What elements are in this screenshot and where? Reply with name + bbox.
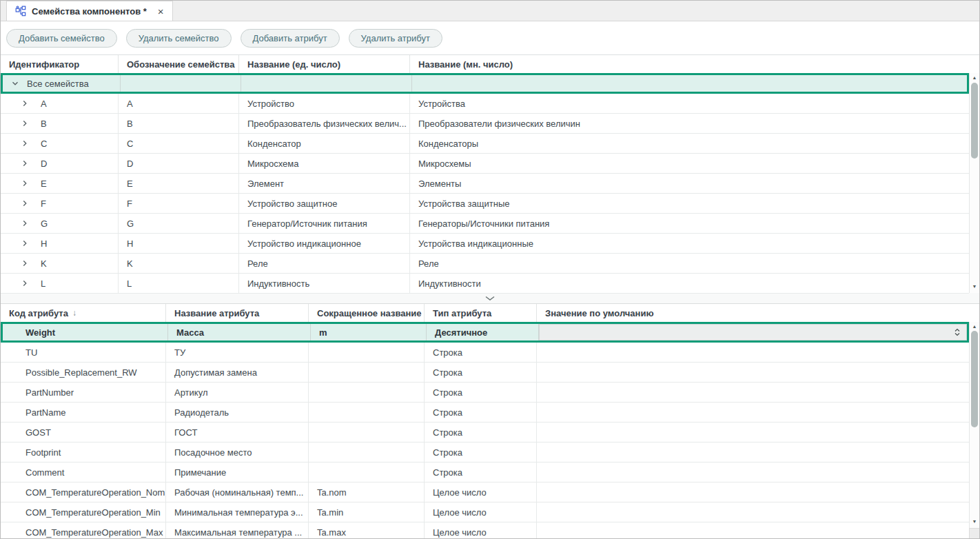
column-header-default-value[interactable]: Значение по умолчанию: [537, 304, 969, 322]
attribute-row[interactable]: Comment Примечание Строка: [1, 462, 969, 482]
attribute-row[interactable]: Possible_Replacement_RW Допустимая замен…: [1, 363, 969, 383]
families-table-header: Идентификатор Обозначение семейства Назв…: [1, 55, 969, 73]
cell-name-singular: Элемент: [239, 174, 410, 193]
column-header-name-singular[interactable]: Название (ед. число): [239, 55, 410, 73]
family-row[interactable]: K K Реле Реле: [1, 254, 969, 274]
family-identifier-label: Все семейства: [27, 79, 89, 89]
chevron-right-icon[interactable]: [20, 179, 30, 188]
cell-identifier: H: [1, 234, 119, 253]
family-identifier-label: C: [41, 139, 47, 149]
cell-attribute-name: Посадочное место: [166, 443, 309, 462]
chevron-right-icon[interactable]: [20, 258, 30, 268]
attributes-vertical-scrollbar[interactable]: ▲ ▼: [969, 322, 979, 528]
cell-name-plural: Преобразователи физических величин: [410, 114, 969, 133]
cell-designation: A: [119, 94, 239, 113]
cell-short-name: [309, 423, 425, 442]
attributes-table: Код атрибута ↓ Название атрибута Сокраще…: [1, 304, 979, 538]
cell-default-value: [537, 502, 969, 522]
cell-designation: D: [119, 154, 239, 173]
chevron-down-icon[interactable]: [10, 79, 20, 88]
column-header-attribute-type[interactable]: Тип атрибута: [425, 304, 537, 322]
cell-short-name: [309, 462, 425, 482]
family-row[interactable]: C C Конденсатор Конденсаторы: [1, 134, 969, 154]
cell-designation: B: [119, 114, 239, 133]
collapse-chevron-icon[interactable]: [484, 296, 496, 301]
table-splitter[interactable]: [1, 293, 979, 304]
families-vertical-scrollbar[interactable]: ▲ ▼: [969, 73, 979, 293]
scroll-down-arrow[interactable]: ▼: [970, 283, 979, 290]
default-value-input[interactable]: [539, 324, 967, 340]
cell-attribute-name: Радиодеталь: [166, 403, 309, 422]
cell-attribute-type: Строка: [425, 383, 537, 402]
cell-designation: C: [119, 134, 239, 153]
family-row[interactable]: B B Преобразователь физических велич... …: [1, 114, 969, 134]
add-attribute-button[interactable]: Добавить атрибут: [241, 29, 340, 48]
chevron-right-icon[interactable]: [20, 218, 30, 228]
cell-default-value: [537, 522, 969, 538]
cell-default-value: [539, 324, 967, 340]
scroll-up-arrow[interactable]: ▲: [970, 74, 979, 81]
scrollbar-thumb[interactable]: [971, 83, 978, 159]
attribute-row[interactable]: COM_TemperatureOperation_Max Максимальна…: [1, 522, 969, 538]
cell-name-singular: Генератор/Источник питания: [239, 214, 410, 233]
column-header-attribute-name[interactable]: Название атрибута: [166, 304, 309, 322]
cell-name-plural: Элементы: [410, 174, 969, 193]
attribute-row[interactable]: GOST ГОСТ Строка: [1, 423, 969, 443]
selected-family-row-all-families[interactable]: Все семейства: [1, 73, 969, 94]
chevron-right-icon[interactable]: [20, 119, 30, 128]
cell-attribute-code: COM_TemperatureOperation_Nom: [1, 482, 166, 502]
tree-structure-icon: [15, 6, 26, 17]
tab-close-icon[interactable]: ×: [158, 6, 164, 17]
cell-attribute-type: Строка: [425, 443, 537, 462]
attribute-row[interactable]: COM_TemperatureOperation_Nom Рабочая (но…: [1, 482, 969, 502]
cell-identifier: A: [1, 94, 119, 113]
cell-short-name: [309, 343, 425, 362]
cell-attribute-name: Артикул: [166, 383, 309, 402]
cell-short-name: Ta.min: [309, 502, 425, 522]
column-header-designation[interactable]: Обозначение семейства: [119, 55, 239, 73]
family-row[interactable]: F F Устройство защитное Устройства защит…: [1, 194, 969, 214]
scrollbar-thumb[interactable]: [971, 331, 978, 427]
delete-family-button[interactable]: Удалить семейство: [126, 29, 232, 48]
cell-identifier: Все семейства: [3, 75, 121, 92]
chevron-right-icon[interactable]: [20, 278, 30, 288]
column-header-short-name[interactable]: Сокращенное название: [309, 304, 425, 322]
add-family-button[interactable]: Добавить семейство: [6, 29, 117, 48]
cell-identifier: B: [1, 114, 119, 133]
family-row[interactable]: H H Устройство индикационное Устройства …: [1, 234, 969, 254]
chevron-right-icon[interactable]: [20, 159, 30, 168]
chevron-right-icon[interactable]: [20, 238, 30, 248]
chevron-right-icon[interactable]: [20, 99, 30, 108]
attributes-table-header: Код атрибута ↓ Название атрибута Сокраще…: [1, 304, 969, 322]
family-row[interactable]: D D Микросхема Микросхемы: [1, 154, 969, 174]
spinner-icon[interactable]: [954, 327, 961, 338]
scroll-up-arrow[interactable]: ▲: [970, 323, 979, 330]
family-row[interactable]: G G Генератор/Источник питания Генератор…: [1, 214, 969, 234]
family-identifier-label: K: [41, 258, 47, 269]
selected-attribute-row-weight[interactable]: Weight Масса m Десятичное: [1, 322, 969, 343]
delete-attribute-button[interactable]: Удалить атрибут: [349, 29, 442, 48]
tab-component-families[interactable]: Семейства компонентов * ×: [6, 1, 173, 21]
family-row[interactable]: E E Элемент Элементы: [1, 174, 969, 194]
attribute-row[interactable]: PartNumber Артикул Строка: [1, 383, 969, 403]
column-header-name-plural[interactable]: Название (мн. число): [410, 55, 969, 73]
scroll-down-arrow[interactable]: ▼: [970, 518, 979, 525]
cell-designation: G: [119, 214, 239, 233]
attribute-row[interactable]: PartName Радиодеталь Строка: [1, 403, 969, 423]
scrollbar-corner: [969, 528, 979, 538]
column-header-identifier[interactable]: Идентификатор: [1, 55, 119, 73]
cell-attribute-code: Footprint: [1, 443, 166, 462]
chevron-right-icon[interactable]: [20, 139, 30, 148]
attribute-row[interactable]: TU ТУ Строка: [1, 343, 969, 363]
cell-attribute-type: Строка: [425, 363, 537, 382]
family-row[interactable]: L L Индуктивность Индуктивности: [1, 274, 969, 294]
chevron-right-icon[interactable]: [20, 199, 30, 208]
family-row[interactable]: A A Устройство Устройства: [1, 94, 969, 114]
attribute-row[interactable]: COM_TemperatureOperation_Min Минимальная…: [1, 502, 969, 522]
column-header-attribute-code[interactable]: Код атрибута ↓: [1, 304, 166, 322]
cell-name-singular: Микросхема: [239, 154, 410, 173]
cell-name-plural: Устройства индикационные: [410, 234, 969, 253]
cell-attribute-code: Weight: [3, 324, 168, 340]
attribute-row[interactable]: Footprint Посадочное место Строка: [1, 443, 969, 462]
sort-descending-icon: ↓: [72, 308, 76, 318]
